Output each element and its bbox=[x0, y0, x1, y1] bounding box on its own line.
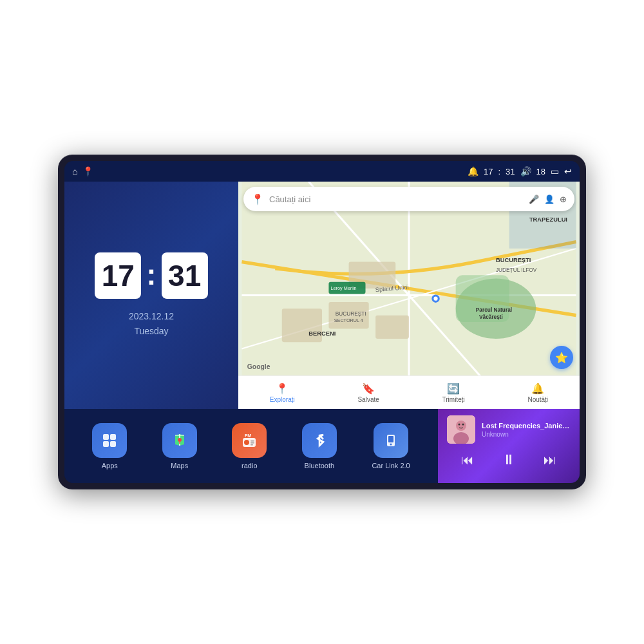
svg-text:JUDEȚUL ILFOV: JUDEȚUL ILFOV bbox=[496, 267, 537, 273]
clock-minutes: 31 bbox=[162, 252, 208, 299]
map-navigate-btn[interactable]: ⭐ bbox=[550, 346, 573, 369]
news-icon: 🔔 bbox=[531, 383, 544, 395]
svg-rect-34 bbox=[251, 440, 254, 442]
app-item-carlink[interactable]: Car Link 2.0 bbox=[372, 423, 410, 469]
send-icon: 🔄 bbox=[447, 383, 460, 395]
status-minutes: 31 bbox=[506, 167, 515, 176]
signal-icon: 🔔 bbox=[468, 166, 478, 176]
volume-icon[interactable]: 🔊 bbox=[520, 166, 531, 176]
app-item-bluetooth[interactable]: Bluetooth bbox=[302, 423, 337, 469]
music-play-btn[interactable]: ⏸ bbox=[502, 451, 516, 468]
svg-text:Leroy Merlin: Leroy Merlin bbox=[331, 285, 357, 291]
svg-text:FM: FM bbox=[245, 433, 251, 438]
status-time: 17 bbox=[484, 167, 493, 176]
clock-colon: : bbox=[146, 257, 156, 292]
svg-rect-35 bbox=[251, 442, 254, 444]
apps-label: Apps bbox=[102, 462, 118, 469]
map-panel[interactable]: Splaiul Unirii Parcul Natural Văcărești … bbox=[238, 182, 580, 409]
svg-text:BUCUREȘTI: BUCUREȘTI bbox=[496, 257, 531, 263]
apps-icon bbox=[92, 423, 127, 458]
svg-text:BUCUREȘTI: BUCUREȘTI bbox=[336, 310, 366, 317]
app-item-apps[interactable]: Apps bbox=[92, 423, 127, 469]
svg-text:Google: Google bbox=[247, 363, 270, 370]
saved-icon: 🔖 bbox=[362, 383, 375, 395]
music-next-btn[interactable]: ⏭ bbox=[544, 453, 556, 468]
mic-icon[interactable]: 🎤 bbox=[529, 194, 539, 204]
clock-hours: 17 bbox=[95, 252, 141, 299]
send-label: Trimiteți bbox=[442, 396, 465, 403]
svg-text:TRAPEZULUI: TRAPEZULUI bbox=[529, 216, 567, 223]
clock-panel: 17 : 31 2023.12.12 Tuesday bbox=[64, 182, 238, 409]
map-search-actions: 🎤 👤 ⊕ bbox=[529, 194, 567, 204]
svg-point-23 bbox=[433, 297, 437, 301]
map-nav-saved[interactable]: 🔖 Salvate bbox=[357, 383, 379, 403]
bluetooth-label: Bluetooth bbox=[305, 462, 334, 469]
status-left-icons: ⌂ 📍 bbox=[72, 166, 93, 176]
back-icon[interactable]: ↩ bbox=[564, 166, 572, 176]
music-album-art bbox=[447, 415, 475, 444]
svg-rect-30 bbox=[110, 441, 116, 447]
clock-date: 2023.12.12 Tuesday bbox=[129, 309, 174, 338]
device-frame: ⌂ 📍 🔔 17 : 31 🔊 18 ▭ ↩ 17 bbox=[58, 155, 586, 489]
svg-point-31 bbox=[178, 438, 182, 442]
explore-icon: 📍 bbox=[276, 383, 289, 395]
status-right-info: 🔔 17 : 31 🔊 18 ▭ ↩ bbox=[468, 166, 572, 176]
location-status-icon[interactable]: 📍 bbox=[82, 166, 93, 176]
svg-rect-9 bbox=[375, 316, 409, 339]
account-icon[interactable]: 👤 bbox=[544, 194, 554, 204]
svg-text:Parcul Natural: Parcul Natural bbox=[476, 307, 512, 313]
explore-label: Explorați bbox=[270, 396, 295, 403]
music-player: Lost Frequencies_Janieck Devy-... Unknow… bbox=[438, 409, 580, 483]
svg-rect-36 bbox=[251, 444, 253, 446]
map-nav-news[interactable]: 🔔 Noutăți bbox=[527, 383, 548, 403]
app-item-radio[interactable]: FM radio bbox=[232, 423, 267, 469]
device-screen: ⌂ 📍 🔔 17 : 31 🔊 18 ▭ ↩ 17 bbox=[64, 161, 580, 483]
clock-day-value: Tuesday bbox=[129, 324, 174, 338]
svg-rect-27 bbox=[103, 434, 109, 440]
music-prev-btn[interactable]: ⏮ bbox=[461, 453, 474, 468]
svg-text:SECTORUL 4: SECTORUL 4 bbox=[334, 317, 363, 323]
svg-rect-33 bbox=[244, 440, 249, 445]
music-controls: ⏮ ⏸ ⏭ bbox=[447, 451, 571, 468]
svg-rect-28 bbox=[110, 434, 116, 440]
carlink-icon-wrap bbox=[374, 423, 408, 458]
svg-text:Văcărești: Văcărești bbox=[479, 314, 503, 320]
map-nav-explore[interactable]: 📍 Explorați bbox=[270, 383, 295, 403]
home-icon[interactable]: ⌂ bbox=[72, 166, 77, 176]
svg-point-45 bbox=[462, 424, 464, 426]
music-title: Lost Frequencies_Janieck Devy-... bbox=[482, 422, 571, 430]
svg-rect-39 bbox=[388, 436, 393, 442]
map-nav-send[interactable]: 🔄 Trimiteți bbox=[442, 383, 465, 403]
album-face-image bbox=[447, 415, 475, 444]
layers-icon[interactable]: ⊕ bbox=[560, 194, 567, 204]
maps-icon-wrap bbox=[162, 423, 197, 458]
carlink-label: Car Link 2.0 bbox=[372, 462, 410, 469]
main-content: 17 : 31 2023.12.12 Tuesday bbox=[64, 182, 580, 483]
bottom-section: Apps Maps bbox=[64, 409, 580, 483]
map-bottom-nav: 📍 Explorați 🔖 Salvate 🔄 Trimiteți � bbox=[238, 375, 580, 409]
news-label: Noutăți bbox=[527, 396, 548, 403]
clock-display: 17 : 31 bbox=[95, 252, 207, 299]
saved-label: Salvate bbox=[357, 396, 379, 403]
volume-level: 18 bbox=[536, 167, 545, 176]
battery-icon: ▭ bbox=[551, 166, 559, 176]
music-top: Lost Frequencies_Janieck Devy-... Unknow… bbox=[447, 415, 571, 444]
svg-point-44 bbox=[459, 424, 460, 426]
top-section: 17 : 31 2023.12.12 Tuesday bbox=[64, 182, 580, 409]
map-search-bar[interactable]: 📍 Căutați aici 🎤 👤 ⊕ bbox=[243, 187, 574, 211]
app-launcher: Apps Maps bbox=[64, 409, 438, 483]
app-item-maps[interactable]: Maps bbox=[162, 423, 197, 469]
music-info: Lost Frequencies_Janieck Devy-... Unknow… bbox=[482, 422, 571, 438]
status-bar: ⌂ 📍 🔔 17 : 31 🔊 18 ▭ ↩ bbox=[64, 161, 580, 182]
maps-label: Maps bbox=[171, 462, 188, 469]
svg-text:BERCENI: BERCENI bbox=[308, 330, 336, 337]
svg-rect-29 bbox=[103, 441, 109, 447]
map-search-placeholder[interactable]: Căutați aici bbox=[269, 194, 524, 204]
radio-label: radio bbox=[242, 462, 257, 469]
svg-rect-11 bbox=[282, 308, 322, 342]
svg-point-42 bbox=[456, 421, 466, 431]
clock-date-value: 2023.12.12 bbox=[129, 309, 174, 323]
map-logo-icon: 📍 bbox=[251, 193, 264, 205]
bluetooth-icon-wrap bbox=[302, 423, 337, 458]
music-artist: Unknown bbox=[482, 431, 571, 438]
